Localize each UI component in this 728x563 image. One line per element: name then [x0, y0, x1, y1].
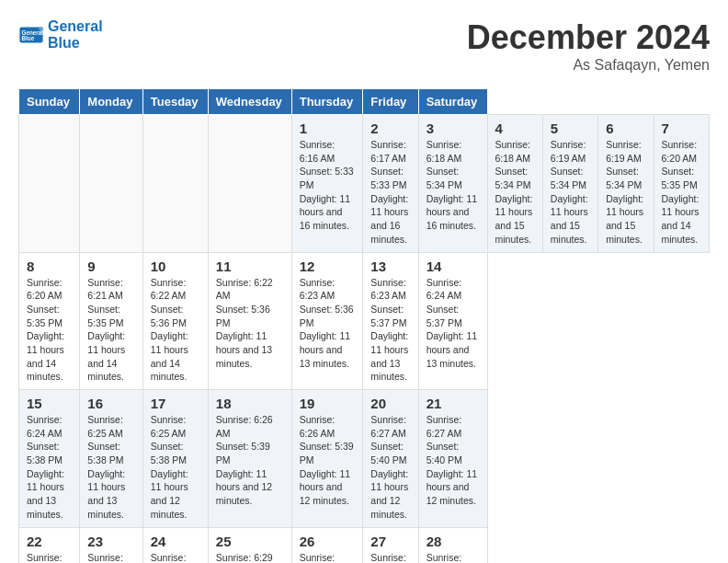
day-cell-25: 25 Sunrise: 6:29 AMSunset: 5:42 PMDaylig…	[208, 527, 291, 563]
day-info: Sunrise: 6:24 AMSunset: 5:37 PMDaylight:…	[427, 277, 477, 369]
empty-cell	[208, 115, 291, 253]
day-cell-18: 18 Sunrise: 6:26 AMSunset: 5:39 PMDaylig…	[208, 390, 291, 528]
day-number: 18	[216, 396, 284, 411]
col-header-monday: Monday	[80, 89, 142, 115]
day-cell-2: 2 Sunrise: 6:17 AMSunset: 5:33 PMDayligh…	[363, 115, 418, 253]
day-number: 11	[216, 259, 284, 274]
day-info: Sunrise: 6:29 AMSunset: 5:42 PMDaylight:…	[216, 552, 273, 564]
week-row-4: 22 Sunrise: 6:28 AMSunset: 5:41 PMDaylig…	[19, 527, 710, 563]
day-cell-21: 21 Sunrise: 6:27 AMSunset: 5:40 PMDaylig…	[418, 390, 487, 528]
day-number: 7	[662, 121, 701, 136]
day-info: Sunrise: 6:22 AMSunset: 5:36 PMDaylight:…	[216, 277, 273, 369]
day-info: Sunrise: 6:28 AMSunset: 5:41 PMDaylight:…	[87, 552, 125, 564]
day-info: Sunrise: 6:27 AMSunset: 5:40 PMDaylight:…	[370, 414, 408, 520]
day-cell-24: 24 Sunrise: 6:29 AMSunset: 5:42 PMDaylig…	[142, 527, 208, 563]
day-cell-9: 9 Sunrise: 6:21 AMSunset: 5:35 PMDayligh…	[80, 252, 142, 390]
day-number: 2	[370, 121, 410, 136]
day-cell-4: 4 Sunrise: 6:18 AMSunset: 5:34 PMDayligh…	[487, 115, 542, 253]
day-number: 15	[27, 396, 72, 411]
day-number: 16	[87, 396, 134, 411]
empty-cell	[19, 115, 80, 253]
day-cell-27: 27 Sunrise: 6:30 AMSunset: 5:43 PMDaylig…	[363, 527, 418, 563]
day-cell-20: 20 Sunrise: 6:27 AMSunset: 5:40 PMDaylig…	[363, 390, 418, 528]
logo: General Blue General Blue	[18, 18, 103, 51]
empty-cell	[80, 115, 142, 253]
day-info: Sunrise: 6:29 AMSunset: 5:42 PMDaylight:…	[151, 552, 188, 564]
day-info: Sunrise: 6:25 AMSunset: 5:38 PMDaylight:…	[151, 414, 188, 520]
col-header-friday: Friday	[363, 89, 418, 115]
day-info: Sunrise: 6:18 AMSunset: 5:34 PMDaylight:…	[427, 139, 477, 231]
day-number: 21	[427, 396, 480, 411]
day-number: 4	[495, 121, 535, 136]
day-cell-10: 10 Sunrise: 6:22 AMSunset: 5:36 PMDaylig…	[142, 252, 208, 390]
day-info: Sunrise: 6:19 AMSunset: 5:34 PMDaylight:…	[551, 139, 588, 245]
day-number: 12	[300, 259, 356, 274]
day-cell-6: 6 Sunrise: 6:19 AMSunset: 5:34 PMDayligh…	[598, 115, 654, 253]
day-info: Sunrise: 6:23 AMSunset: 5:36 PMDaylight:…	[300, 277, 354, 369]
day-number: 17	[151, 396, 200, 411]
day-info: Sunrise: 6:24 AMSunset: 5:38 PMDaylight:…	[27, 414, 64, 520]
day-info: Sunrise: 6:26 AMSunset: 5:39 PMDaylight:…	[216, 414, 273, 506]
day-number: 20	[370, 396, 410, 411]
day-info: Sunrise: 6:28 AMSunset: 5:41 PMDaylight:…	[27, 552, 64, 564]
day-cell-13: 13 Sunrise: 6:23 AMSunset: 5:37 PMDaylig…	[363, 252, 418, 390]
col-header-saturday: Saturday	[418, 89, 487, 115]
day-cell-28: 28 Sunrise: 6:31 AMSunset: 5:44 PMDaylig…	[418, 527, 487, 563]
day-number: 8	[27, 259, 72, 274]
day-number: 26	[300, 534, 356, 549]
day-cell-11: 11 Sunrise: 6:22 AMSunset: 5:36 PMDaylig…	[208, 252, 291, 390]
day-info: Sunrise: 6:17 AMSunset: 5:33 PMDaylight:…	[370, 139, 408, 245]
day-number: 5	[551, 121, 590, 136]
col-header-thursday: Thursday	[291, 89, 363, 115]
day-cell-8: 8 Sunrise: 6:20 AMSunset: 5:35 PMDayligh…	[19, 252, 80, 390]
day-number: 23	[87, 534, 134, 549]
week-row-2: 8 Sunrise: 6:20 AMSunset: 5:35 PMDayligh…	[19, 252, 710, 390]
day-info: Sunrise: 6:26 AMSunset: 5:39 PMDaylight:…	[300, 414, 354, 506]
day-number: 3	[427, 121, 480, 136]
day-cell-22: 22 Sunrise: 6:28 AMSunset: 5:41 PMDaylig…	[19, 527, 80, 563]
day-cell-17: 17 Sunrise: 6:25 AMSunset: 5:38 PMDaylig…	[142, 390, 208, 528]
col-header-tuesday: Tuesday	[142, 89, 208, 115]
day-cell-12: 12 Sunrise: 6:23 AMSunset: 5:36 PMDaylig…	[291, 252, 363, 390]
day-cell-23: 23 Sunrise: 6:28 AMSunset: 5:41 PMDaylig…	[80, 527, 142, 563]
location: As Safaqayn, Yemen	[467, 57, 710, 74]
week-row-3: 15 Sunrise: 6:24 AMSunset: 5:38 PMDaylig…	[19, 390, 710, 528]
day-info: Sunrise: 6:22 AMSunset: 5:36 PMDaylight:…	[151, 277, 188, 383]
logo-icon: General Blue	[18, 22, 44, 48]
day-info: Sunrise: 6:30 AMSunset: 5:43 PMDaylight:…	[370, 552, 408, 564]
day-info: Sunrise: 6:23 AMSunset: 5:37 PMDaylight:…	[370, 277, 408, 383]
day-cell-14: 14 Sunrise: 6:24 AMSunset: 5:37 PMDaylig…	[418, 252, 487, 390]
day-number: 14	[427, 259, 480, 274]
day-cell-5: 5 Sunrise: 6:19 AMSunset: 5:34 PMDayligh…	[542, 115, 597, 253]
day-info: Sunrise: 6:20 AMSunset: 5:35 PMDaylight:…	[27, 277, 64, 383]
day-info: Sunrise: 6:16 AMSunset: 5:33 PMDaylight:…	[300, 139, 354, 231]
day-info: Sunrise: 6:25 AMSunset: 5:38 PMDaylight:…	[87, 414, 125, 520]
logo-general: General	[48, 18, 103, 35]
day-number: 22	[27, 534, 72, 549]
day-number: 13	[370, 259, 410, 274]
day-cell-26: 26 Sunrise: 6:30 AMSunset: 5:43 PMDaylig…	[291, 527, 363, 563]
day-cell-16: 16 Sunrise: 6:25 AMSunset: 5:38 PMDaylig…	[80, 390, 142, 528]
day-number: 1	[300, 121, 356, 136]
day-cell-1: 1 Sunrise: 6:16 AMSunset: 5:33 PMDayligh…	[291, 115, 363, 253]
logo-blue: Blue	[48, 35, 103, 52]
svg-text:Blue: Blue	[22, 35, 35, 41]
day-cell-19: 19 Sunrise: 6:26 AMSunset: 5:39 PMDaylig…	[291, 390, 363, 528]
day-info: Sunrise: 6:18 AMSunset: 5:34 PMDaylight:…	[495, 139, 533, 245]
day-info: Sunrise: 6:20 AMSunset: 5:35 PMDaylight:…	[662, 139, 700, 245]
col-header-sunday: Sunday	[19, 89, 80, 115]
day-info: Sunrise: 6:30 AMSunset: 5:43 PMDaylight:…	[300, 552, 354, 564]
day-number: 27	[370, 534, 410, 549]
day-info: Sunrise: 6:31 AMSunset: 5:44 PMDaylight:…	[427, 552, 477, 564]
empty-cell	[142, 115, 208, 253]
day-cell-7: 7 Sunrise: 6:20 AMSunset: 5:35 PMDayligh…	[654, 115, 709, 253]
day-number: 9	[87, 259, 134, 274]
calendar-table: SundayMondayTuesdayWednesdayThursdayFrid…	[18, 88, 710, 563]
day-cell-15: 15 Sunrise: 6:24 AMSunset: 5:38 PMDaylig…	[19, 390, 80, 528]
day-number: 6	[606, 121, 645, 136]
day-info: Sunrise: 6:21 AMSunset: 5:35 PMDaylight:…	[87, 277, 125, 383]
day-number: 25	[216, 534, 284, 549]
day-cell-3: 3 Sunrise: 6:18 AMSunset: 5:34 PMDayligh…	[418, 115, 487, 253]
day-info: Sunrise: 6:19 AMSunset: 5:34 PMDaylight:…	[606, 139, 643, 245]
page-header: General Blue General Blue December 2024 …	[18, 18, 710, 74]
